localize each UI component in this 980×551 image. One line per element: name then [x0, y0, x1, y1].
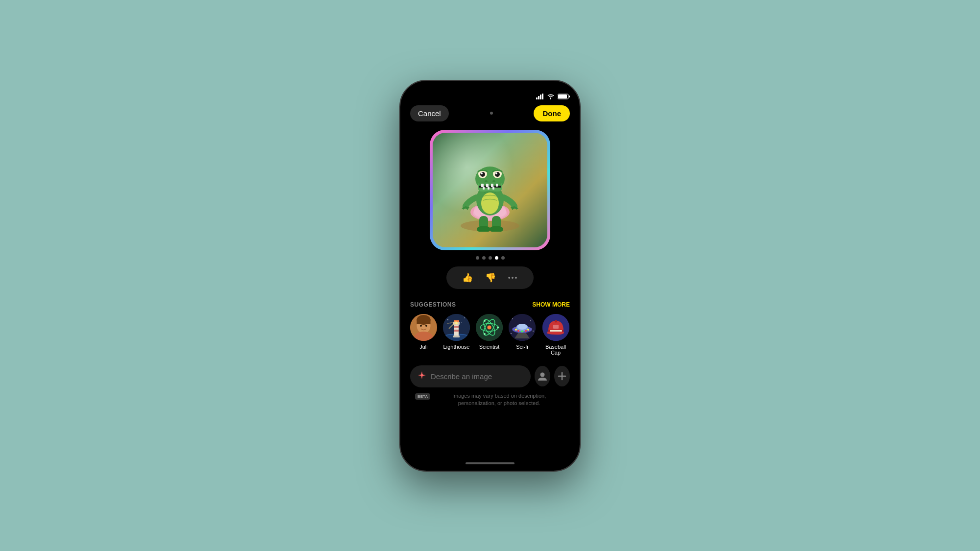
svg-rect-21	[496, 184, 498, 187]
svg-point-47	[461, 322, 462, 323]
svg-rect-0	[536, 97, 538, 99]
add-button[interactable]	[554, 366, 570, 386]
svg-point-61	[488, 325, 491, 329]
svg-point-84	[421, 374, 423, 376]
svg-point-30	[495, 172, 497, 174]
describe-image-input[interactable]	[431, 372, 524, 381]
top-center-indicator	[490, 112, 493, 115]
svg-rect-24	[492, 187, 494, 190]
svg-rect-19	[486, 184, 489, 187]
disclaimer-text: Images may vary based on description, pe…	[433, 392, 565, 407]
svg-rect-1	[538, 96, 539, 99]
svg-point-69	[511, 333, 512, 334]
thumbs-down-icon: 👎	[485, 272, 496, 283]
svg-point-75	[517, 330, 519, 332]
svg-point-64	[484, 333, 486, 335]
suggestion-item-scientist[interactable]: Scientist	[476, 314, 503, 356]
suggestion-item-lighthouse[interactable]: Lighthouse	[443, 314, 470, 356]
suggestion-label-baseball-cap: Baseball Cap	[541, 344, 570, 356]
beta-disclaimer: BETA Images may vary based on descriptio…	[410, 392, 570, 407]
svg-point-42	[425, 325, 427, 327]
baseball-cap-svg	[542, 314, 569, 341]
svg-point-29	[481, 172, 483, 174]
suggestions-header: SUGGESTIONS SHOW MORE	[410, 301, 570, 308]
svg-point-56	[455, 322, 458, 324]
lighthouse-svg	[443, 314, 470, 341]
home-bar	[466, 462, 514, 464]
crocodile-illustration	[451, 148, 529, 232]
done-button[interactable]: Done	[534, 105, 570, 121]
sparkle-icon	[417, 370, 427, 380]
dot-1	[476, 256, 479, 260]
suggestion-item-scifi[interactable]: Sci-fi	[509, 314, 536, 356]
page-dots	[476, 256, 505, 260]
svg-point-77	[525, 330, 527, 332]
scientist-svg	[476, 314, 503, 341]
svg-point-78	[527, 329, 529, 331]
camera-notch	[483, 90, 497, 94]
suggestion-item-baseball-cap[interactable]: Baseball Cap	[541, 314, 570, 356]
svg-point-74	[515, 329, 517, 331]
thumbs-down-button[interactable]: 👎	[479, 270, 502, 285]
svg-point-76	[521, 330, 523, 332]
phone-screen: Cancel Done	[400, 81, 580, 471]
svg-point-63	[484, 320, 486, 322]
dot-2	[482, 256, 486, 260]
svg-point-67	[530, 320, 531, 321]
suggestion-label-scifi: Sci-fi	[516, 344, 528, 350]
main-content: 👍 👎 ••• SUGGESTIONS SHOW MORE	[400, 126, 580, 456]
svg-point-27	[480, 172, 485, 177]
phone-frame: Cancel Done	[399, 80, 581, 472]
thumbs-up-icon: 👍	[462, 272, 473, 283]
top-bar: Cancel Done	[400, 105, 580, 126]
dot-4	[495, 256, 498, 260]
person-button[interactable]	[535, 366, 550, 386]
home-indicator	[400, 456, 580, 471]
svg-rect-82	[553, 325, 559, 329]
input-area	[410, 365, 570, 387]
suggestion-label-juli: Juli	[419, 344, 428, 350]
more-options-button[interactable]: •••	[502, 272, 524, 284]
svg-point-45	[447, 319, 448, 320]
svg-point-31	[485, 180, 488, 182]
thumbs-up-button[interactable]: 👍	[456, 270, 479, 285]
suggestion-icon-scientist	[476, 314, 503, 341]
action-bar: 👍 👎 •••	[446, 266, 534, 289]
generated-image-container[interactable]	[431, 131, 549, 249]
svg-point-48	[450, 323, 450, 324]
svg-point-28	[495, 172, 500, 177]
battery-icon	[558, 94, 570, 99]
wifi-icon	[547, 94, 555, 99]
show-more-button[interactable]: SHOW MORE	[532, 301, 570, 308]
power-button[interactable]	[580, 189, 581, 228]
svg-rect-2	[540, 95, 541, 99]
cancel-button[interactable]: Cancel	[410, 105, 449, 121]
svg-point-46	[464, 317, 465, 318]
suggestions-list: Juli	[410, 314, 570, 356]
plus-icon	[557, 371, 567, 381]
suggestion-label-scientist: Scientist	[479, 344, 500, 350]
svg-point-85	[540, 373, 545, 377]
svg-rect-6	[569, 96, 570, 97]
svg-rect-83	[550, 330, 562, 332]
suggestion-label-lighthouse: Lighthouse	[443, 344, 470, 350]
more-icon: •••	[508, 274, 518, 282]
svg-point-66	[512, 318, 513, 319]
signal-icon	[536, 94, 544, 99]
svg-point-68	[533, 331, 534, 332]
svg-rect-18	[481, 184, 484, 187]
suggestion-icon-scifi	[509, 314, 536, 341]
svg-rect-22	[483, 187, 485, 190]
dot-3	[489, 256, 492, 260]
image-gen-icon	[417, 370, 427, 383]
svg-point-41	[420, 325, 422, 327]
svg-rect-3	[542, 94, 543, 99]
svg-rect-23	[488, 187, 490, 190]
person-icon	[537, 371, 548, 382]
status-icons	[536, 94, 570, 99]
svg-point-62	[497, 326, 499, 328]
suggestion-icon-juli	[410, 314, 437, 341]
person-photo-svg	[410, 314, 437, 341]
text-input-container[interactable]	[410, 365, 531, 387]
suggestion-item-juli[interactable]: Juli	[410, 314, 437, 356]
